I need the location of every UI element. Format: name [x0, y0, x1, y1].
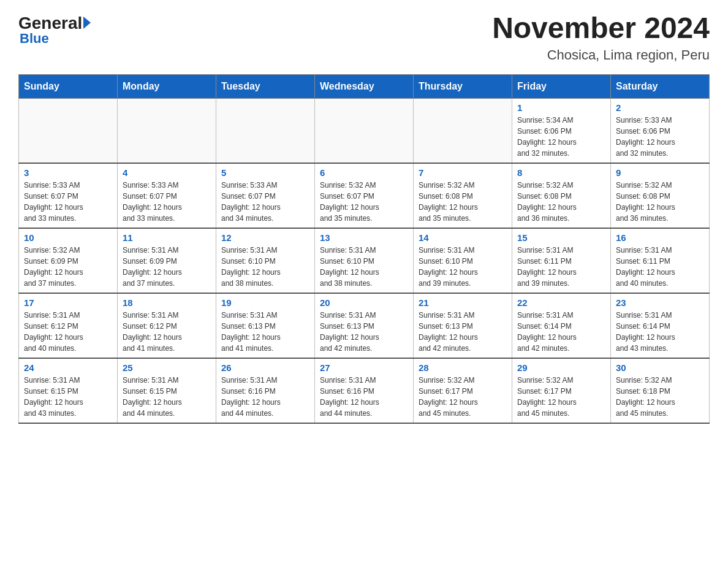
calendar-day-cell: 14Sunrise: 5:31 AM Sunset: 6:10 PM Dayli…	[414, 228, 512, 293]
day-number: 17	[24, 297, 112, 308]
day-info: Sunrise: 5:31 AM Sunset: 6:15 PM Dayligh…	[24, 375, 112, 419]
day-info: Sunrise: 5:31 AM Sunset: 6:14 PM Dayligh…	[616, 310, 704, 354]
calendar-week-row: 24Sunrise: 5:31 AM Sunset: 6:15 PM Dayli…	[19, 358, 710, 423]
calendar-day-header: Friday	[512, 74, 611, 98]
calendar-day-cell	[118, 98, 216, 163]
calendar-day-cell: 2Sunrise: 5:33 AM Sunset: 6:06 PM Daylig…	[611, 98, 710, 163]
calendar-day-cell: 18Sunrise: 5:31 AM Sunset: 6:12 PM Dayli…	[118, 293, 216, 358]
calendar-day-header: Thursday	[414, 74, 512, 98]
calendar-title: November 2024	[492, 12, 710, 45]
calendar-day-header: Saturday	[611, 74, 710, 98]
logo: General Blue	[18, 12, 91, 47]
day-number: 15	[517, 232, 605, 243]
calendar-day-cell: 13Sunrise: 5:31 AM Sunset: 6:10 PM Dayli…	[315, 228, 414, 293]
day-info: Sunrise: 5:32 AM Sunset: 6:17 PM Dayligh…	[517, 375, 605, 419]
day-info: Sunrise: 5:31 AM Sunset: 6:13 PM Dayligh…	[221, 310, 309, 354]
day-info: Sunrise: 5:31 AM Sunset: 6:11 PM Dayligh…	[616, 245, 704, 289]
day-info: Sunrise: 5:32 AM Sunset: 6:17 PM Dayligh…	[419, 375, 507, 419]
day-number: 4	[123, 167, 211, 178]
day-number: 6	[320, 167, 408, 178]
calendar-week-row: 17Sunrise: 5:31 AM Sunset: 6:12 PM Dayli…	[19, 293, 710, 358]
calendar-day-cell: 17Sunrise: 5:31 AM Sunset: 6:12 PM Dayli…	[19, 293, 118, 358]
logo-arrow-icon	[83, 17, 91, 29]
day-info: Sunrise: 5:31 AM Sunset: 6:16 PM Dayligh…	[320, 375, 408, 419]
calendar-day-cell: 9Sunrise: 5:32 AM Sunset: 6:08 PM Daylig…	[611, 163, 710, 228]
day-info: Sunrise: 5:31 AM Sunset: 6:09 PM Dayligh…	[123, 245, 211, 289]
calendar-day-cell: 6Sunrise: 5:32 AM Sunset: 6:07 PM Daylig…	[315, 163, 414, 228]
day-number: 25	[123, 362, 211, 373]
calendar-day-header: Wednesday	[315, 74, 414, 98]
logo-general-text: General	[18, 15, 82, 32]
day-number: 24	[24, 362, 112, 373]
day-info: Sunrise: 5:34 AM Sunset: 6:06 PM Dayligh…	[517, 115, 605, 159]
day-number: 8	[517, 167, 605, 178]
calendar-day-cell: 20Sunrise: 5:31 AM Sunset: 6:13 PM Dayli…	[315, 293, 414, 358]
day-number: 23	[616, 297, 704, 308]
calendar-week-row: 3Sunrise: 5:33 AM Sunset: 6:07 PM Daylig…	[19, 163, 710, 228]
calendar-header-row: SundayMondayTuesdayWednesdayThursdayFrid…	[19, 74, 710, 98]
calendar-day-cell: 7Sunrise: 5:32 AM Sunset: 6:08 PM Daylig…	[414, 163, 512, 228]
day-number: 28	[419, 362, 507, 373]
day-number: 20	[320, 297, 408, 308]
calendar-day-cell: 21Sunrise: 5:31 AM Sunset: 6:13 PM Dayli…	[414, 293, 512, 358]
calendar-body: 1Sunrise: 5:34 AM Sunset: 6:06 PM Daylig…	[19, 98, 710, 423]
calendar-day-cell	[216, 98, 315, 163]
calendar-day-cell: 30Sunrise: 5:32 AM Sunset: 6:18 PM Dayli…	[611, 358, 710, 423]
calendar-day-header: Monday	[118, 74, 216, 98]
calendar-day-cell: 3Sunrise: 5:33 AM Sunset: 6:07 PM Daylig…	[19, 163, 118, 228]
calendar-day-cell: 28Sunrise: 5:32 AM Sunset: 6:17 PM Dayli…	[414, 358, 512, 423]
calendar-day-cell: 23Sunrise: 5:31 AM Sunset: 6:14 PM Dayli…	[611, 293, 710, 358]
day-number: 30	[616, 362, 704, 373]
calendar-day-cell: 11Sunrise: 5:31 AM Sunset: 6:09 PM Dayli…	[118, 228, 216, 293]
day-number: 2	[616, 102, 704, 113]
title-block: November 2024 Chosica, Lima region, Peru	[492, 12, 710, 63]
calendar-day-header: Tuesday	[216, 74, 315, 98]
day-info: Sunrise: 5:31 AM Sunset: 6:13 PM Dayligh…	[320, 310, 408, 354]
day-number: 7	[419, 167, 507, 178]
day-info: Sunrise: 5:31 AM Sunset: 6:10 PM Dayligh…	[419, 245, 507, 289]
calendar-day-cell: 26Sunrise: 5:31 AM Sunset: 6:16 PM Dayli…	[216, 358, 315, 423]
day-info: Sunrise: 5:31 AM Sunset: 6:12 PM Dayligh…	[24, 310, 112, 354]
day-number: 5	[221, 167, 309, 178]
day-info: Sunrise: 5:32 AM Sunset: 6:08 PM Dayligh…	[419, 180, 507, 224]
day-number: 13	[320, 232, 408, 243]
day-number: 19	[221, 297, 309, 308]
day-number: 27	[320, 362, 408, 373]
day-number: 21	[419, 297, 507, 308]
day-info: Sunrise: 5:31 AM Sunset: 6:15 PM Dayligh…	[123, 375, 211, 419]
calendar-day-cell: 10Sunrise: 5:32 AM Sunset: 6:09 PM Dayli…	[19, 228, 118, 293]
day-number: 12	[221, 232, 309, 243]
page-header: General Blue November 2024 Chosica, Lima…	[18, 12, 710, 63]
day-info: Sunrise: 5:33 AM Sunset: 6:07 PM Dayligh…	[123, 180, 211, 224]
calendar-day-cell	[315, 98, 414, 163]
calendar-day-cell	[19, 98, 118, 163]
day-number: 29	[517, 362, 605, 373]
day-info: Sunrise: 5:32 AM Sunset: 6:18 PM Dayligh…	[616, 375, 704, 419]
calendar-day-cell: 12Sunrise: 5:31 AM Sunset: 6:10 PM Dayli…	[216, 228, 315, 293]
calendar-day-cell: 8Sunrise: 5:32 AM Sunset: 6:08 PM Daylig…	[512, 163, 611, 228]
day-info: Sunrise: 5:31 AM Sunset: 6:14 PM Dayligh…	[517, 310, 605, 354]
day-number: 3	[24, 167, 112, 178]
day-number: 9	[616, 167, 704, 178]
calendar-day-cell: 24Sunrise: 5:31 AM Sunset: 6:15 PM Dayli…	[19, 358, 118, 423]
day-info: Sunrise: 5:31 AM Sunset: 6:10 PM Dayligh…	[221, 245, 309, 289]
day-info: Sunrise: 5:32 AM Sunset: 6:07 PM Dayligh…	[320, 180, 408, 224]
day-info: Sunrise: 5:32 AM Sunset: 6:08 PM Dayligh…	[616, 180, 704, 224]
calendar-table: SundayMondayTuesdayWednesdayThursdayFrid…	[18, 74, 710, 424]
day-info: Sunrise: 5:33 AM Sunset: 6:07 PM Dayligh…	[221, 180, 309, 224]
calendar-day-cell: 25Sunrise: 5:31 AM Sunset: 6:15 PM Dayli…	[118, 358, 216, 423]
calendar-day-cell: 22Sunrise: 5:31 AM Sunset: 6:14 PM Dayli…	[512, 293, 611, 358]
logo-blue-text: Blue	[20, 31, 49, 47]
calendar-header: SundayMondayTuesdayWednesdayThursdayFrid…	[19, 74, 710, 98]
calendar-subtitle: Chosica, Lima region, Peru	[492, 47, 710, 63]
calendar-day-cell: 16Sunrise: 5:31 AM Sunset: 6:11 PM Dayli…	[611, 228, 710, 293]
day-info: Sunrise: 5:33 AM Sunset: 6:06 PM Dayligh…	[616, 115, 704, 159]
day-number: 11	[123, 232, 211, 243]
day-number: 1	[517, 102, 605, 113]
day-info: Sunrise: 5:33 AM Sunset: 6:07 PM Dayligh…	[24, 180, 112, 224]
calendar-day-cell: 19Sunrise: 5:31 AM Sunset: 6:13 PM Dayli…	[216, 293, 315, 358]
day-number: 10	[24, 232, 112, 243]
day-number: 22	[517, 297, 605, 308]
calendar-day-cell: 15Sunrise: 5:31 AM Sunset: 6:11 PM Dayli…	[512, 228, 611, 293]
calendar-day-cell: 1Sunrise: 5:34 AM Sunset: 6:06 PM Daylig…	[512, 98, 611, 163]
